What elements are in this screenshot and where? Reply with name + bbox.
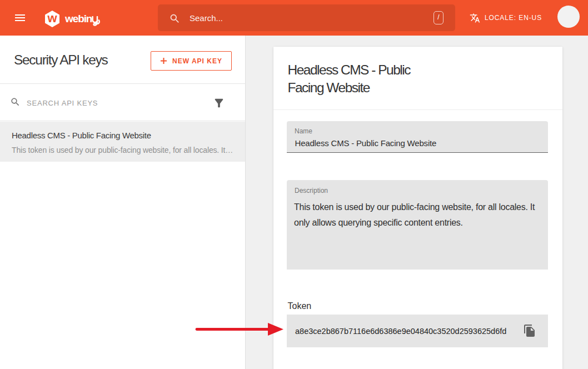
svg-text:w: w — [47, 11, 57, 25]
